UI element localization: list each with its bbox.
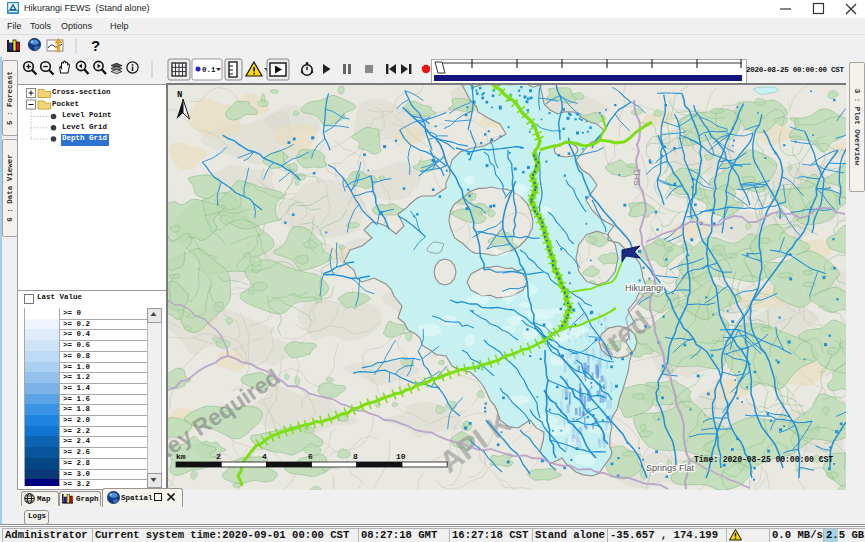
svg-text:6: 6 <box>308 452 313 461</box>
svg-text:4: 4 <box>262 452 267 461</box>
svg-text:km: km <box>176 452 186 461</box>
svg-text:0.1: 0.1 <box>202 66 216 74</box>
svg-text:SH1: SH1 <box>632 168 642 186</box>
svg-text:2: 2 <box>216 452 221 461</box>
svg-text:Hikurangi: Hikurangi <box>625 283 663 293</box>
svg-text:Springs Flat: Springs Flat <box>646 463 695 473</box>
svg-text:?: ? <box>91 37 100 54</box>
svg-text:Time: 2020-08-25 00:00:00 CST: Time: 2020-08-25 00:00:00 CST <box>694 455 833 464</box>
svg-text:8: 8 <box>353 452 358 461</box>
svg-text:N: N <box>177 90 182 100</box>
svg-text:10: 10 <box>396 452 406 461</box>
